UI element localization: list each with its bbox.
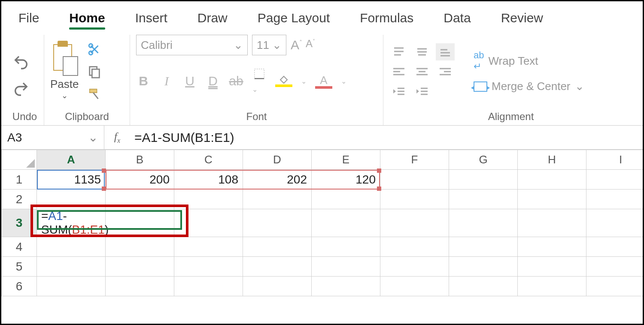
cell-G5[interactable]	[449, 257, 518, 277]
format-painter-icon[interactable]	[85, 84, 104, 103]
cell-E1[interactable]: 120	[312, 170, 380, 190]
chevron-down-icon[interactable]: ⌄	[301, 77, 307, 85]
borders-button[interactable]: ⌄	[252, 67, 267, 95]
worksheet[interactable]: A B C D E F G H I 1 1135 200 108 202 120…	[1, 150, 643, 296]
tab-home[interactable]: Home	[69, 11, 105, 31]
cell-I4[interactable]	[586, 237, 644, 257]
cell-G2[interactable]	[449, 190, 518, 209]
cell-E4[interactable]	[312, 237, 380, 257]
align-right-icon[interactable]	[436, 63, 455, 80]
cell-I3[interactable]	[586, 209, 644, 237]
cell-G3[interactable]	[449, 209, 518, 237]
tab-data[interactable]: Data	[444, 11, 471, 31]
chevron-down-icon[interactable]: ⌄	[341, 77, 346, 85]
name-box[interactable]: A3 ⌄	[1, 126, 104, 149]
tab-formulas[interactable]: Formulas	[360, 11, 413, 31]
merge-center-button[interactable]: Merge & Center ⌄	[474, 80, 584, 93]
cut-icon[interactable]	[85, 40, 104, 59]
fill-color-button[interactable]	[275, 75, 292, 87]
cell-H6[interactable]	[518, 277, 586, 296]
cell-D6[interactable]	[243, 277, 312, 296]
col-header-D[interactable]: D	[243, 150, 312, 170]
cell-B5[interactable]	[106, 257, 174, 277]
col-header-G[interactable]: G	[449, 150, 518, 170]
cell-B3[interactable]	[106, 209, 174, 237]
cell-C4[interactable]	[174, 237, 243, 257]
cell-F2[interactable]	[380, 190, 449, 209]
paste-dropdown-icon[interactable]: ⌄	[61, 91, 68, 100]
tab-insert[interactable]: Insert	[135, 11, 167, 31]
underline-button[interactable]: U	[182, 74, 197, 88]
col-header-I[interactable]: I	[586, 150, 644, 170]
col-header-C[interactable]: C	[174, 150, 243, 170]
cell-A2[interactable]	[37, 190, 106, 209]
increase-font-icon[interactable]: A˄	[291, 38, 302, 52]
font-size-combo[interactable]: 11 ⌄	[252, 35, 286, 55]
decrease-indent-icon[interactable]	[389, 83, 408, 100]
decrease-font-icon[interactable]: A˅	[306, 38, 315, 52]
col-header-B[interactable]: B	[106, 150, 174, 170]
cell-D1[interactable]: 202	[243, 170, 312, 190]
cell-F1[interactable]	[380, 170, 449, 190]
paste-button[interactable]: Paste ⌄	[50, 42, 79, 100]
cell-B2[interactable]	[106, 190, 174, 209]
double-underline-button[interactable]: D	[206, 74, 220, 88]
cell-A5[interactable]	[37, 257, 106, 277]
align-center-icon[interactable]	[413, 63, 431, 80]
cell-B1[interactable]: 200	[106, 170, 174, 190]
cell-B4[interactable]	[106, 237, 174, 257]
redo-icon[interactable]	[12, 79, 30, 98]
cell-C3[interactable]	[174, 209, 243, 237]
cell-C6[interactable]	[174, 277, 243, 296]
font-color-button[interactable]: A	[315, 74, 332, 89]
cell-G6[interactable]	[449, 277, 518, 296]
cell-H2[interactable]	[518, 190, 586, 209]
copy-icon[interactable]	[85, 62, 104, 81]
cell-H1[interactable]	[518, 170, 586, 190]
cell-D3[interactable]	[243, 209, 312, 237]
strikethrough-button[interactable]: ab	[229, 74, 243, 88]
cell-F3[interactable]	[380, 209, 449, 237]
wrap-text-button[interactable]: ab↵ Wrap Text	[474, 50, 584, 72]
row-header-4[interactable]: 4	[2, 237, 37, 257]
tab-page-layout[interactable]: Page Layout	[258, 11, 330, 31]
tab-review[interactable]: Review	[501, 11, 543, 31]
col-header-A[interactable]: A	[37, 150, 106, 170]
cell-H4[interactable]	[518, 237, 586, 257]
cell-D4[interactable]	[243, 237, 312, 257]
cell-I5[interactable]	[586, 257, 644, 277]
bold-button[interactable]: B	[136, 74, 151, 88]
cell-G1[interactable]	[449, 170, 518, 190]
cell-F4[interactable]	[380, 237, 449, 257]
tab-draw[interactable]: Draw	[197, 11, 228, 31]
row-header-5[interactable]: 5	[2, 257, 37, 277]
cell-E6[interactable]	[312, 277, 380, 296]
col-header-F[interactable]: F	[380, 150, 449, 170]
italic-button[interactable]: I	[159, 74, 174, 88]
align-middle-icon[interactable]	[413, 43, 431, 60]
fx-icon[interactable]: fx	[104, 130, 130, 144]
cell-A4[interactable]	[37, 237, 106, 257]
cell-D5[interactable]	[243, 257, 312, 277]
cell-H3[interactable]	[518, 209, 586, 237]
cell-C2[interactable]	[174, 190, 243, 209]
cell-A1[interactable]: 1135	[37, 170, 106, 190]
row-header-1[interactable]: 1	[2, 170, 37, 190]
cell-C1[interactable]: 108	[174, 170, 243, 190]
cell-I1[interactable]	[586, 170, 644, 190]
align-bottom-icon[interactable]	[436, 43, 455, 60]
tab-file[interactable]: File	[18, 11, 39, 31]
cell-F5[interactable]	[380, 257, 449, 277]
cell-A6[interactable]	[37, 277, 106, 296]
row-header-2[interactable]: 2	[2, 190, 37, 209]
undo-icon[interactable]	[12, 53, 30, 72]
align-left-icon[interactable]	[389, 63, 408, 80]
select-all-corner[interactable]	[2, 150, 37, 170]
cell-D2[interactable]	[243, 190, 312, 209]
cell-E5[interactable]	[312, 257, 380, 277]
cell-F6[interactable]	[380, 277, 449, 296]
cell-E2[interactable]	[312, 190, 380, 209]
cell-A3-editing[interactable]: =A1-SUM(B1:E1)	[37, 209, 106, 237]
cell-G4[interactable]	[449, 237, 518, 257]
row-header-6[interactable]: 6	[2, 277, 37, 296]
